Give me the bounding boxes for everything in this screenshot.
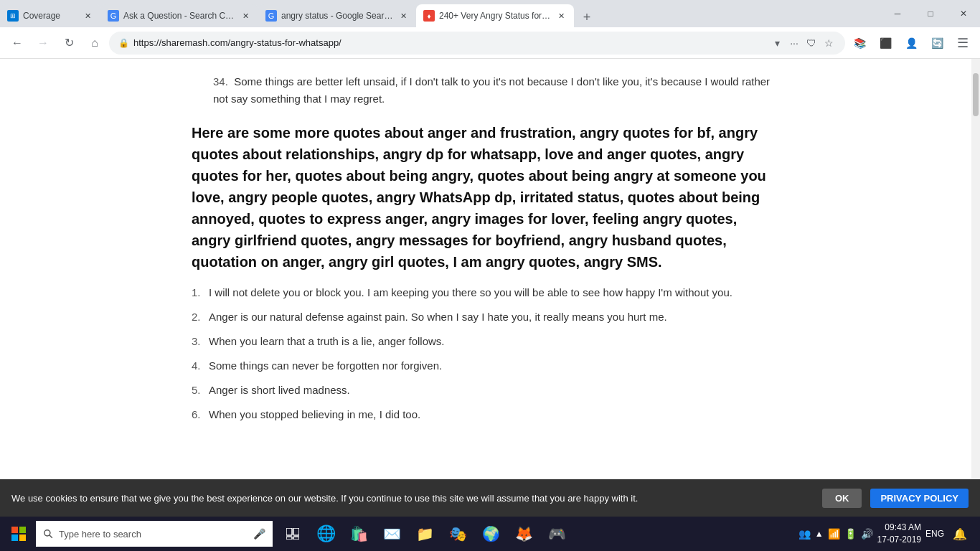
network-icon[interactable]: 📶 [828,528,840,540]
tab-title-angry: 240+ Very Angry Status for Wh... [439,11,551,21]
system-icons: 👥 ▲ 📶 🔋 🔊 09:43 AM 17-07-2019 ENG 🔔 [798,522,971,546]
maximize-button[interactable]: □ [914,2,947,25]
tab-ask[interactable]: G Ask a Question - Search Conso... ✕ [100,4,258,27]
profile-icon[interactable]: 👤 [900,32,923,55]
more-icon[interactable]: ··· [787,36,801,50]
clock: 09:43 AM 17-07-2019 [877,522,921,546]
firefox-icon[interactable]: 🦊 [508,518,540,550]
mail-icon[interactable]: ✉️ [376,518,407,550]
svg-point-4 [44,530,50,536]
back-button[interactable]: ← [6,32,29,55]
svg-line-5 [50,535,52,538]
tab-favicon-coverage: ⊞ [7,10,19,22]
chevron-up-icon[interactable]: ▲ [815,529,824,539]
time-display: 09:43 AM [885,522,921,532]
right-nav: 📚 ⬛ 👤 🔄 ☰ [848,32,974,55]
prior-list: 34. Some things are better left unsaid, … [192,73,780,108]
menu-icon[interactable]: ☰ [951,32,974,55]
expand-url-icon[interactable]: ▾ [770,36,784,50]
edge-icon[interactable]: 🌐 [310,518,341,550]
language-display: ENG [925,529,944,539]
tab-favicon-angry: ♦ [423,10,435,22]
svg-rect-8 [286,537,292,540]
home-button[interactable]: ⌂ [83,32,106,55]
scrollbar-thumb[interactable] [973,73,979,116]
people-icon[interactable]: 👥 [798,528,811,540]
tab-close-coverage[interactable]: ✕ [82,10,93,22]
angry-quotes-list: 1. I will not delete you or block you. I… [192,284,780,423]
browser-frame: ⊞ Coverage ✕ G Ask a Question - Search C… [0,0,980,551]
start-button[interactable] [3,518,34,550]
list-item: 1. I will not delete you or block you. I… [192,284,780,301]
list-num-5: 5. [192,382,201,399]
window-controls: ─ □ ✕ [881,0,980,27]
sync-icon[interactable]: 🔄 [925,32,948,55]
list-num-2: 2. [192,309,201,326]
microphone-icon[interactable]: 🎤 [253,528,265,540]
tab-coverage[interactable]: ⊞ Coverage ✕ [0,4,100,27]
close-button[interactable]: ✕ [947,2,980,25]
tab-google-search[interactable]: G angry status - Google Search ✕ [258,4,416,27]
tab-close-angry[interactable]: ✕ [555,10,567,22]
list-text-1: I will not delete you or block you. I am… [209,286,732,298]
minimize-button[interactable]: ─ [881,2,914,25]
media-icon[interactable]: 🎭 [442,518,473,550]
tab-close-ask[interactable]: ✕ [240,10,251,22]
content-scroll[interactable]: 34. Some things are better left unsaid, … [0,59,971,479]
new-tab-button[interactable]: + [577,7,597,27]
svg-rect-0 [11,527,18,533]
cookie-ok-button[interactable]: OK [822,489,862,508]
tab-title-ask: Ask a Question - Search Conso... [123,11,235,21]
tab-favicon-google: G [265,10,277,22]
tab-favicon-ask: G [108,10,119,22]
list-num-6: 6. [192,406,201,423]
tab-angry-status[interactable]: ♦ 240+ Very Angry Status for Wh... ✕ [416,4,574,27]
reload-button[interactable]: ↻ [57,32,80,55]
svg-rect-7 [293,528,299,535]
list-num-1: 1. [192,284,201,301]
list-text-2: Anger is our natural defense against pai… [209,311,667,323]
address-bar[interactable]: 🔒 https://sharemash.com/angry-status-for… [109,32,845,55]
files-icon[interactable]: 📁 [409,518,440,550]
section-heading: Here are some more quotes about anger an… [192,122,780,273]
scrollbar-track[interactable] [971,59,980,479]
list-item: 4. Some things can never be forgotten no… [192,357,780,375]
taskview-button[interactable] [277,518,308,550]
app-icon[interactable]: 🎮 [541,518,573,550]
list-num-4: 4. [192,357,201,375]
library-icon[interactable]: 📚 [848,32,871,55]
volume-icon[interactable]: 🔊 [861,528,873,540]
bookmark-icon[interactable]: ☆ [821,36,836,50]
tab-title-coverage: Coverage [23,11,77,21]
list-item: 6. When you stopped believing in me, I d… [192,406,780,423]
prior-item-text: 34. Some things are better left unsaid, … [213,73,780,108]
page-content: 34. Some things are better left unsaid, … [0,59,980,479]
chrome-icon[interactable]: 🌍 [475,518,507,550]
tab-title-google: angry status - Google Search [281,11,393,21]
store-icon[interactable]: 🛍️ [343,518,374,550]
list-text-4: Some things can never be forgotten nor f… [209,359,442,372]
pocket-icon[interactable]: ⬛ [874,32,897,55]
nav-bar: ← → ↻ ⌂ 🔒 https://sharemash.com/angry-st… [0,27,980,59]
cookie-policy-button[interactable]: PRIVACY POLICY [870,489,969,508]
address-icons: ▾ ··· 🛡 ☆ [770,36,836,50]
svg-rect-9 [293,537,299,540]
forward-button[interactable]: → [32,32,55,55]
tab-close-google[interactable]: ✕ [397,10,409,22]
taskbar-search-bar[interactable]: Type here to search 🎤 [36,521,273,547]
list-text-3: When you learn that a truth is a lie, an… [209,335,445,347]
svg-rect-3 [19,534,26,541]
url-text: https://sharemash.com/angry-status-for-w… [133,37,765,48]
notification-button[interactable]: 🔔 [948,522,971,545]
battery-icon[interactable]: 🔋 [844,528,857,540]
taskbar-right: 👥 ▲ 📶 🔋 🔊 09:43 AM 17-07-2019 ENG 🔔 [798,522,977,546]
shield-icon[interactable]: 🛡 [804,36,819,50]
date-display: 17-07-2019 [877,534,921,545]
cookie-banner: We use cookies to ensure that we give yo… [0,479,980,517]
taskbar-search-text: Type here to search [59,529,248,540]
svg-rect-2 [11,534,18,541]
list-text-6: When you stopped believing in me, I did … [209,408,420,420]
list-num-3: 3. [192,333,201,350]
list-item: 2. Anger is our natural defense against … [192,309,780,326]
cookie-text: We use cookies to ensure that we give yo… [11,493,814,504]
